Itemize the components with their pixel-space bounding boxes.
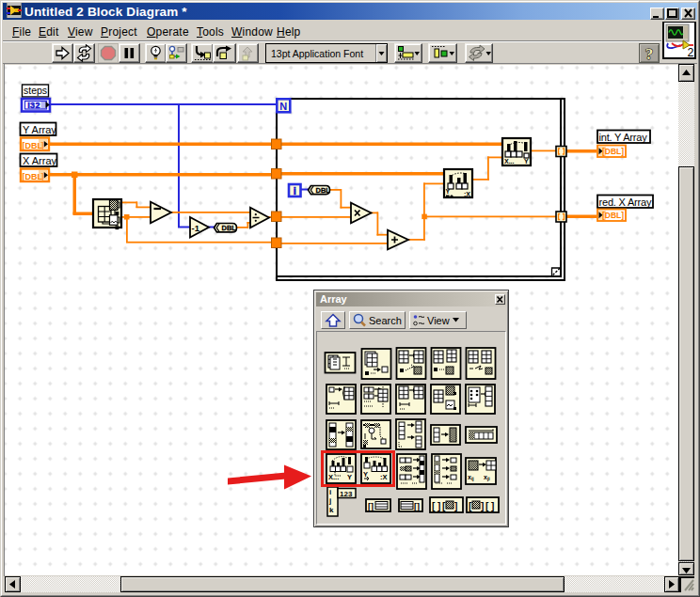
svg-text:steps: steps <box>24 85 47 96</box>
svg-text:-1: -1 <box>192 223 200 233</box>
svg-text:View: View <box>427 315 450 326</box>
svg-text:?: ? <box>645 45 654 63</box>
svg-text:red. X Array: red. X Array <box>599 196 652 208</box>
svg-text:j: j <box>328 496 331 505</box>
svg-text:[DBL]: [DBL] <box>602 147 624 156</box>
svg-text:Y: Y <box>524 158 529 165</box>
svg-text:]: ] <box>454 501 457 511</box>
svg-text:i: i <box>294 185 296 196</box>
svg-text:k: k <box>329 506 334 514</box>
svg-text:N: N <box>279 101 287 112</box>
svg-text:]: ] <box>41 172 44 181</box>
svg-text:I32: I32 <box>27 101 40 110</box>
svg-text:[]: [] <box>368 502 374 511</box>
svg-text:Y: Y <box>446 188 451 195</box>
svg-text:X...: X... <box>504 158 515 165</box>
svg-text:Y Array: Y Array <box>23 124 56 135</box>
svg-text:[DBL: [DBL <box>23 141 43 150</box>
svg-text:123: 123 <box>340 490 353 498</box>
svg-text:]: ] <box>41 141 44 150</box>
svg-text:DBL: DBL <box>316 186 331 195</box>
svg-text:Search: Search <box>369 315 402 326</box>
svg-text:2: 2 <box>688 46 694 57</box>
svg-text::X: :X <box>464 191 470 197</box>
svg-text:[]: [] <box>414 502 420 511</box>
svg-text:DBL: DBL <box>222 224 237 232</box>
svg-text:]: ] <box>481 501 484 511</box>
svg-text:xji: xji <box>484 474 490 481</box>
svg-text:[DBL: [DBL <box>23 172 43 181</box>
svg-text:i: i <box>329 488 331 496</box>
svg-text:xij: xij <box>468 474 474 481</box>
svg-text:[DBL]: [DBL] <box>602 211 624 220</box>
svg-text:[ ]: [ ] <box>432 501 440 511</box>
svg-text:int. Y Array: int. Y Array <box>599 132 648 143</box>
svg-text:[ ]: [ ] <box>485 501 494 511</box>
svg-text:X Array: X Array <box>23 155 57 166</box>
